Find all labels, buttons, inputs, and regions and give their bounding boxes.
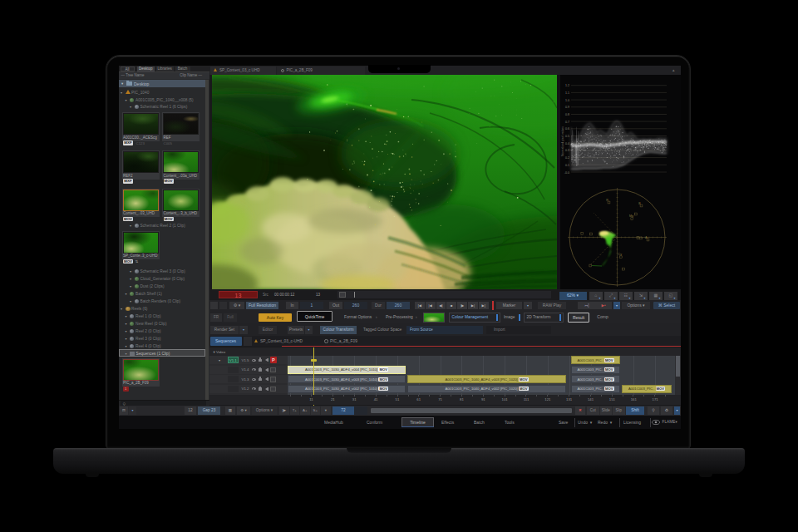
svg-text:R: R bbox=[606, 199, 608, 202]
svg-text:Mg: Mg bbox=[629, 214, 633, 218]
svg-text:Cy: Cy bbox=[618, 253, 623, 256]
